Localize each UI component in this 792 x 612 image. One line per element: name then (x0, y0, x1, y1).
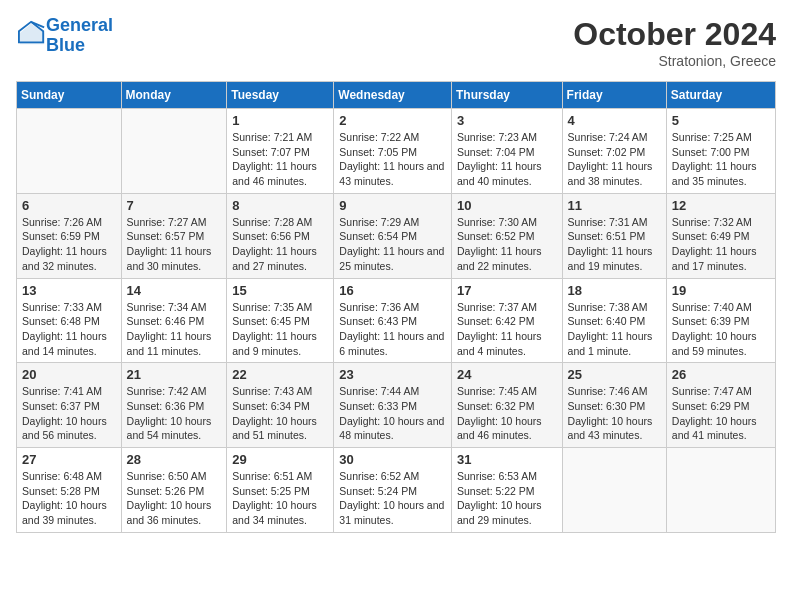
calendar-cell: 19Sunrise: 7:40 AMSunset: 6:39 PMDayligh… (666, 278, 775, 363)
day-number: 1 (232, 113, 328, 128)
day-info: Sunrise: 7:37 AMSunset: 6:42 PMDaylight:… (457, 300, 557, 359)
calendar-cell (121, 109, 227, 194)
day-info: Sunrise: 7:24 AMSunset: 7:02 PMDaylight:… (568, 130, 661, 189)
weekday-header-row: SundayMondayTuesdayWednesdayThursdayFrid… (17, 82, 776, 109)
calendar-cell: 16Sunrise: 7:36 AMSunset: 6:43 PMDayligh… (334, 278, 452, 363)
day-number: 20 (22, 367, 116, 382)
day-number: 24 (457, 367, 557, 382)
calendar-cell: 31Sunrise: 6:53 AMSunset: 5:22 PMDayligh… (451, 448, 562, 533)
day-number: 3 (457, 113, 557, 128)
page-header: GeneralBlue October 2024 Stratonion, Gre… (16, 16, 776, 69)
calendar-cell: 7Sunrise: 7:27 AMSunset: 6:57 PMDaylight… (121, 193, 227, 278)
day-info: Sunrise: 7:23 AMSunset: 7:04 PMDaylight:… (457, 130, 557, 189)
calendar-cell: 6Sunrise: 7:26 AMSunset: 6:59 PMDaylight… (17, 193, 122, 278)
day-number: 22 (232, 367, 328, 382)
calendar-cell: 30Sunrise: 6:52 AMSunset: 5:24 PMDayligh… (334, 448, 452, 533)
calendar-cell (666, 448, 775, 533)
day-info: Sunrise: 7:42 AMSunset: 6:36 PMDaylight:… (127, 384, 222, 443)
day-info: Sunrise: 7:31 AMSunset: 6:51 PMDaylight:… (568, 215, 661, 274)
weekday-header: Monday (121, 82, 227, 109)
calendar-cell: 12Sunrise: 7:32 AMSunset: 6:49 PMDayligh… (666, 193, 775, 278)
day-number: 2 (339, 113, 446, 128)
day-info: Sunrise: 7:43 AMSunset: 6:34 PMDaylight:… (232, 384, 328, 443)
day-info: Sunrise: 7:40 AMSunset: 6:39 PMDaylight:… (672, 300, 770, 359)
weekday-header: Friday (562, 82, 666, 109)
logo-text: GeneralBlue (46, 16, 113, 56)
calendar-cell: 10Sunrise: 7:30 AMSunset: 6:52 PMDayligh… (451, 193, 562, 278)
day-info: Sunrise: 6:50 AMSunset: 5:26 PMDaylight:… (127, 469, 222, 528)
calendar-cell: 23Sunrise: 7:44 AMSunset: 6:33 PMDayligh… (334, 363, 452, 448)
calendar-week-row: 6Sunrise: 7:26 AMSunset: 6:59 PMDaylight… (17, 193, 776, 278)
calendar-cell (562, 448, 666, 533)
calendar-week-row: 1Sunrise: 7:21 AMSunset: 7:07 PMDaylight… (17, 109, 776, 194)
calendar-cell: 25Sunrise: 7:46 AMSunset: 6:30 PMDayligh… (562, 363, 666, 448)
calendar-cell: 8Sunrise: 7:28 AMSunset: 6:56 PMDaylight… (227, 193, 334, 278)
calendar-cell (17, 109, 122, 194)
calendar-cell: 15Sunrise: 7:35 AMSunset: 6:45 PMDayligh… (227, 278, 334, 363)
day-info: Sunrise: 7:25 AMSunset: 7:00 PMDaylight:… (672, 130, 770, 189)
day-number: 16 (339, 283, 446, 298)
calendar-cell: 13Sunrise: 7:33 AMSunset: 6:48 PMDayligh… (17, 278, 122, 363)
calendar-cell: 28Sunrise: 6:50 AMSunset: 5:26 PMDayligh… (121, 448, 227, 533)
day-info: Sunrise: 7:21 AMSunset: 7:07 PMDaylight:… (232, 130, 328, 189)
day-info: Sunrise: 7:29 AMSunset: 6:54 PMDaylight:… (339, 215, 446, 274)
weekday-header: Thursday (451, 82, 562, 109)
calendar-cell: 14Sunrise: 7:34 AMSunset: 6:46 PMDayligh… (121, 278, 227, 363)
day-number: 25 (568, 367, 661, 382)
calendar-week-row: 27Sunrise: 6:48 AMSunset: 5:28 PMDayligh… (17, 448, 776, 533)
day-info: Sunrise: 7:47 AMSunset: 6:29 PMDaylight:… (672, 384, 770, 443)
day-number: 7 (127, 198, 222, 213)
day-info: Sunrise: 7:27 AMSunset: 6:57 PMDaylight:… (127, 215, 222, 274)
calendar-cell: 2Sunrise: 7:22 AMSunset: 7:05 PMDaylight… (334, 109, 452, 194)
day-info: Sunrise: 7:34 AMSunset: 6:46 PMDaylight:… (127, 300, 222, 359)
day-info: Sunrise: 6:53 AMSunset: 5:22 PMDaylight:… (457, 469, 557, 528)
location: Stratonion, Greece (573, 53, 776, 69)
calendar-cell: 3Sunrise: 7:23 AMSunset: 7:04 PMDaylight… (451, 109, 562, 194)
calendar-cell: 18Sunrise: 7:38 AMSunset: 6:40 PMDayligh… (562, 278, 666, 363)
day-number: 15 (232, 283, 328, 298)
calendar-cell: 17Sunrise: 7:37 AMSunset: 6:42 PMDayligh… (451, 278, 562, 363)
day-number: 19 (672, 283, 770, 298)
day-number: 14 (127, 283, 222, 298)
calendar-cell: 22Sunrise: 7:43 AMSunset: 6:34 PMDayligh… (227, 363, 334, 448)
weekday-header: Saturday (666, 82, 775, 109)
calendar-cell: 9Sunrise: 7:29 AMSunset: 6:54 PMDaylight… (334, 193, 452, 278)
day-number: 21 (127, 367, 222, 382)
weekday-header: Tuesday (227, 82, 334, 109)
day-number: 4 (568, 113, 661, 128)
calendar-cell: 20Sunrise: 7:41 AMSunset: 6:37 PMDayligh… (17, 363, 122, 448)
day-number: 27 (22, 452, 116, 467)
calendar-cell: 24Sunrise: 7:45 AMSunset: 6:32 PMDayligh… (451, 363, 562, 448)
day-number: 9 (339, 198, 446, 213)
weekday-header: Wednesday (334, 82, 452, 109)
day-number: 28 (127, 452, 222, 467)
calendar-week-row: 13Sunrise: 7:33 AMSunset: 6:48 PMDayligh… (17, 278, 776, 363)
calendar-cell: 5Sunrise: 7:25 AMSunset: 7:00 PMDaylight… (666, 109, 775, 194)
day-number: 31 (457, 452, 557, 467)
calendar-cell: 27Sunrise: 6:48 AMSunset: 5:28 PMDayligh… (17, 448, 122, 533)
day-info: Sunrise: 7:35 AMSunset: 6:45 PMDaylight:… (232, 300, 328, 359)
day-number: 18 (568, 283, 661, 298)
day-info: Sunrise: 7:32 AMSunset: 6:49 PMDaylight:… (672, 215, 770, 274)
day-number: 17 (457, 283, 557, 298)
calendar-cell: 21Sunrise: 7:42 AMSunset: 6:36 PMDayligh… (121, 363, 227, 448)
day-info: Sunrise: 7:36 AMSunset: 6:43 PMDaylight:… (339, 300, 446, 359)
day-number: 23 (339, 367, 446, 382)
day-info: Sunrise: 6:52 AMSunset: 5:24 PMDaylight:… (339, 469, 446, 528)
calendar-cell: 1Sunrise: 7:21 AMSunset: 7:07 PMDaylight… (227, 109, 334, 194)
logo: GeneralBlue (16, 16, 113, 56)
day-info: Sunrise: 7:30 AMSunset: 6:52 PMDaylight:… (457, 215, 557, 274)
calendar-cell: 26Sunrise: 7:47 AMSunset: 6:29 PMDayligh… (666, 363, 775, 448)
calendar-week-row: 20Sunrise: 7:41 AMSunset: 6:37 PMDayligh… (17, 363, 776, 448)
day-info: Sunrise: 7:22 AMSunset: 7:05 PMDaylight:… (339, 130, 446, 189)
day-number: 13 (22, 283, 116, 298)
day-info: Sunrise: 7:41 AMSunset: 6:37 PMDaylight:… (22, 384, 116, 443)
day-number: 6 (22, 198, 116, 213)
calendar-cell: 11Sunrise: 7:31 AMSunset: 6:51 PMDayligh… (562, 193, 666, 278)
day-info: Sunrise: 7:28 AMSunset: 6:56 PMDaylight:… (232, 215, 328, 274)
day-number: 11 (568, 198, 661, 213)
day-number: 29 (232, 452, 328, 467)
day-number: 10 (457, 198, 557, 213)
day-info: Sunrise: 7:26 AMSunset: 6:59 PMDaylight:… (22, 215, 116, 274)
calendar-cell: 29Sunrise: 6:51 AMSunset: 5:25 PMDayligh… (227, 448, 334, 533)
